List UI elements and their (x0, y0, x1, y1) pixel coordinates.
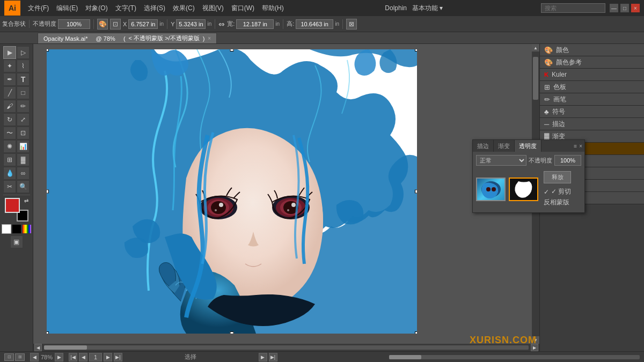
handle-bl[interactable] (47, 331, 49, 334)
line-tool[interactable]: ╱ (3, 86, 16, 99)
gradient-tab[interactable]: 渐变 (494, 140, 515, 152)
handle-tl[interactable] (47, 49, 49, 51)
prev-page-btn[interactable]: ◀ (79, 353, 87, 361)
panel-color-guide-header[interactable]: 🎨 颜色参考 (540, 56, 644, 68)
tab-close-icon[interactable]: × (208, 35, 211, 41)
symbol-tool[interactable]: ✺ (3, 140, 16, 153)
transparency-tab[interactable]: 透明度 (515, 140, 541, 152)
rotate-tool[interactable]: ↻ (3, 113, 16, 126)
last-page-btn[interactable]: ▶| (114, 353, 122, 361)
scissors-tool[interactable]: ✂ (3, 180, 16, 193)
y-input[interactable] (176, 19, 206, 29)
main-tab[interactable]: Opacity Mask.ai* @ 78% ( < 不透明蒙版 >/不透明蒙版… (38, 33, 217, 43)
panel-menu-icon[interactable]: ≡ (574, 143, 577, 149)
status-end-btn[interactable]: ▶| (269, 353, 277, 361)
icon-button[interactable]: 🎨 (97, 19, 108, 29)
h-input[interactable] (296, 19, 333, 29)
handle-br[interactable] (415, 331, 417, 334)
gradient-tool[interactable]: ▓ (17, 153, 30, 166)
swap-colors-icon[interactable]: ⇄ (24, 198, 28, 204)
shape-tool[interactable]: □ (17, 86, 30, 99)
status-scrollbar[interactable] (389, 355, 640, 359)
opacity-input[interactable] (58, 19, 90, 29)
pen-tool[interactable]: ✒ (3, 73, 16, 86)
blend-tool[interactable]: ∞ (17, 167, 30, 180)
white-swatch[interactable] (2, 224, 11, 234)
h-scroll-knob[interactable] (44, 345, 87, 350)
h-scroll-track[interactable] (44, 345, 529, 350)
maximize-button[interactable]: □ (620, 4, 629, 12)
pencil-tool[interactable]: ✏ (17, 100, 30, 113)
clip-option[interactable]: ✓ ✓ 剪切 (544, 187, 571, 196)
menu-text[interactable]: 文字(T) (112, 3, 140, 14)
link-icon[interactable]: ⇔ (218, 20, 225, 28)
eyedropper-tool[interactable]: 💧 (3, 167, 16, 180)
brush-tool[interactable]: 🖌 (3, 100, 16, 113)
menu-edit[interactable]: 编辑(E) (53, 3, 81, 14)
minimize-button[interactable]: — (610, 4, 618, 12)
status-play-btn[interactable]: ▶ (259, 353, 267, 361)
close-button[interactable]: × (631, 4, 640, 12)
lasso-tool[interactable]: ⌇ (17, 60, 30, 72)
panel-symbols-header[interactable]: ♣ 符号 (540, 106, 644, 117)
menu-object[interactable]: 对象(O) (82, 3, 111, 14)
x-input[interactable] (128, 19, 158, 29)
search-input[interactable] (541, 3, 605, 13)
black-swatch[interactable] (12, 224, 21, 234)
view-icon-1[interactable]: ⊡ (4, 353, 14, 361)
mesh-tool[interactable]: ⊞ (3, 153, 16, 166)
zoom-down-btn[interactable]: ◀ (30, 353, 39, 361)
left-toolbar: ▶ ▷ ✦ ⌇ ✒ T ╱ □ 🖌 ✏ ↻ ⤢ 〜 ⊡ ✺ 📊 (0, 44, 33, 351)
menu-help[interactable]: 帮助(H) (259, 3, 287, 14)
menu-window[interactable]: 窗口(W) (228, 3, 258, 14)
magic-wand-tool[interactable]: ✦ (3, 60, 16, 72)
fg-color-swatch[interactable] (5, 198, 20, 213)
handle-mr[interactable] (415, 190, 417, 194)
panel-stroke-header[interactable]: ─ 描边 (540, 118, 644, 130)
select-tool[interactable]: ▶ (3, 46, 16, 59)
view-icon-2[interactable]: ⊞ (15, 353, 25, 361)
release-button[interactable]: 释放 (544, 171, 571, 183)
panel-kuler-header[interactable]: K Kuler (540, 69, 644, 80)
mask-thumbnail[interactable] (509, 178, 538, 201)
invert-option[interactable]: 反相蒙版 (544, 198, 571, 207)
handle-bc[interactable] (230, 331, 234, 334)
first-page-btn[interactable]: |◀ (69, 353, 77, 361)
zoom-up-btn[interactable]: ▶ (55, 353, 63, 361)
menu-view[interactable]: 视图(V) (199, 3, 227, 14)
stroke-tab[interactable]: 描边 (473, 140, 494, 152)
bottom-scrollbar[interactable]: ◀ ▶ (33, 344, 539, 351)
more-button[interactable]: ⊠ (346, 19, 357, 29)
type-tool[interactable]: T (17, 73, 30, 86)
canvas-scroll[interactable] (33, 44, 532, 344)
menu-effect[interactable]: 效果(C) (170, 3, 198, 14)
next-page-btn[interactable]: ▶ (104, 353, 112, 361)
none-swatch[interactable] (22, 224, 32, 234)
panel-close-icon[interactable]: × (579, 143, 582, 149)
menu-select[interactable]: 选择(S) (141, 3, 169, 14)
scroll-knob[interactable] (533, 57, 538, 100)
panel-swatches-header[interactable]: ⊞ 色板 (540, 81, 644, 93)
h-scroll-left[interactable]: ◀ (34, 344, 42, 351)
scroll-up-arrow[interactable]: ▲ (532, 44, 539, 51)
status-scrollbar-thumb[interactable] (389, 355, 421, 359)
opacity-value-input[interactable] (554, 155, 581, 166)
warp-tool[interactable]: 〜 (3, 127, 16, 139)
panel-color-header[interactable]: 🎨 颜色 (540, 44, 644, 56)
handle-tr[interactable] (415, 49, 417, 51)
transform-button[interactable]: ⊡ (110, 19, 121, 29)
scale-tool[interactable]: ⤢ (17, 113, 30, 126)
free-transform-tool[interactable]: ⊡ (17, 127, 30, 139)
artwork-thumbnail[interactable] (476, 178, 506, 201)
column-graph-tool[interactable]: 📊 (17, 140, 30, 153)
menu-file[interactable]: 文件(F) (25, 3, 52, 14)
handle-ml[interactable] (47, 190, 49, 194)
blend-mode-select[interactable]: 正常 (476, 155, 526, 166)
screen-mode-tool[interactable]: ▣ (10, 235, 23, 248)
page-input[interactable] (89, 353, 102, 361)
handle-tc[interactable] (230, 49, 234, 51)
panel-brush-header[interactable]: ✏ 画笔 (540, 93, 644, 105)
w-input[interactable] (236, 19, 274, 29)
direct-select-tool[interactable]: ▷ (17, 46, 30, 59)
zoom-tool[interactable]: 🔍 (17, 180, 30, 193)
